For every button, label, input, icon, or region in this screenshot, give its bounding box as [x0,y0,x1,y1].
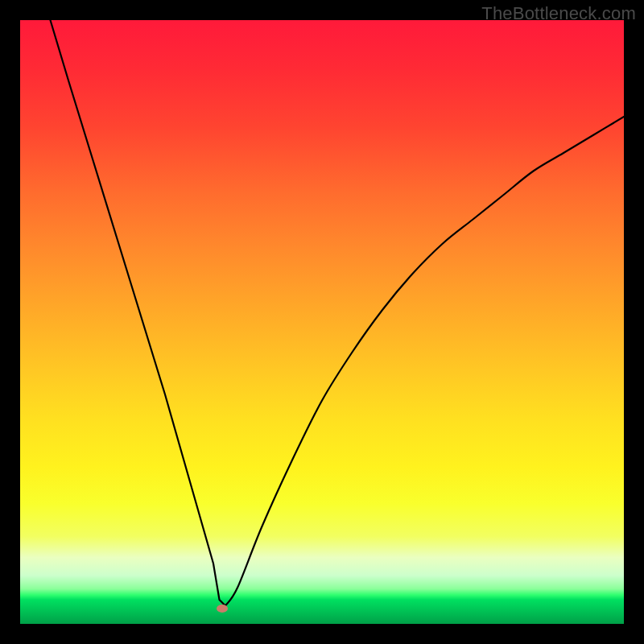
plot-area [20,20,624,624]
minimum-marker-dot [217,605,228,613]
watermark-text: TheBottleneck.com [481,3,636,24]
